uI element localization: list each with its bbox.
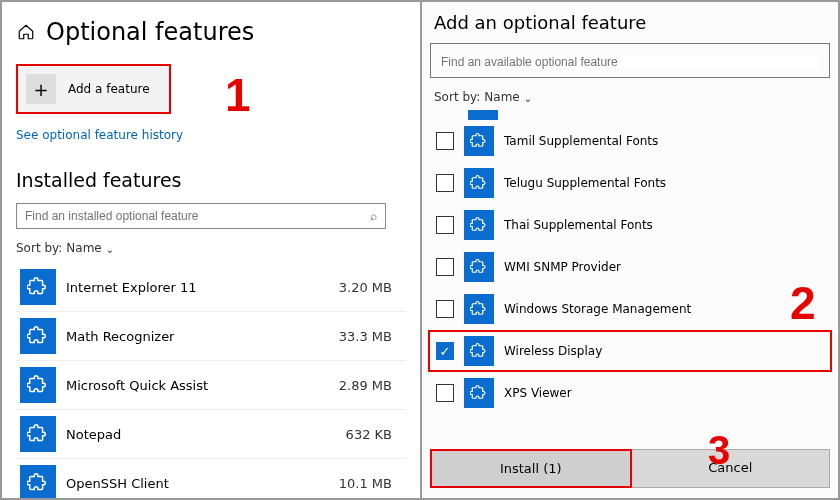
feature-checkbox[interactable]	[436, 174, 454, 192]
puzzle-icon	[20, 416, 56, 452]
available-feature-row[interactable]: Windows Storage Management	[428, 288, 832, 330]
available-search[interactable]	[430, 43, 830, 78]
sort-value-right: Name	[484, 90, 519, 104]
feature-checkbox[interactable]	[436, 258, 454, 276]
puzzle-icon	[464, 294, 494, 324]
cancel-button[interactable]: Cancel	[632, 449, 831, 488]
puzzle-icon	[20, 318, 56, 354]
feature-size: 632 KB	[346, 427, 400, 442]
feature-name: Microsoft Quick Assist	[66, 378, 329, 393]
feature-checkbox[interactable]	[436, 216, 454, 234]
available-feature-row[interactable]: Wireless Display	[428, 330, 832, 372]
available-feature-row[interactable]: XPS Viewer	[428, 372, 832, 414]
annotation-3: 3	[708, 428, 730, 473]
installed-feature-row[interactable]: Notepad632 KB	[16, 410, 406, 459]
installed-heading: Installed features	[16, 169, 412, 191]
puzzle-icon	[20, 269, 56, 305]
sort-by-right[interactable]: Sort by: Name ⌄	[434, 90, 832, 104]
installed-search-input[interactable]	[25, 209, 370, 223]
installed-feature-row[interactable]: OpenSSH Client10.1 MB	[16, 459, 406, 498]
installed-search[interactable]: ⌕	[16, 203, 386, 229]
feature-name: OpenSSH Client	[66, 476, 329, 491]
dialog-title: Add an optional feature	[434, 12, 826, 33]
sort-label-right: Sort by:	[434, 90, 480, 104]
chevron-down-icon: ⌄	[524, 93, 532, 104]
home-icon[interactable]	[16, 22, 36, 42]
plus-icon: +	[26, 74, 56, 104]
installed-feature-row[interactable]: Microsoft Quick Assist2.89 MB	[16, 361, 406, 410]
sort-value: Name	[66, 241, 101, 255]
feature-name: Notepad	[66, 427, 336, 442]
feature-name: Telugu Supplemental Fonts	[504, 176, 666, 190]
add-feature-label: Add a feature	[68, 82, 150, 96]
add-feature-button[interactable]: + Add a feature	[16, 64, 171, 114]
puzzle-icon	[464, 168, 494, 198]
puzzle-icon	[464, 378, 494, 408]
feature-name: Thai Supplemental Fonts	[504, 218, 653, 232]
page-title: Optional features	[46, 18, 254, 46]
chevron-down-icon: ⌄	[106, 244, 114, 255]
available-feature-row[interactable]: Tamil Supplemental Fonts	[428, 120, 832, 162]
puzzle-icon	[20, 367, 56, 403]
annotation-2: 2	[790, 276, 816, 330]
feature-size: 10.1 MB	[339, 476, 400, 491]
feature-checkbox[interactable]	[436, 300, 454, 318]
available-feature-row[interactable]: Thai Supplemental Fonts	[428, 204, 832, 246]
available-feature-row[interactable]: WMI SNMP Provider	[428, 246, 832, 288]
feature-name: Tamil Supplemental Fonts	[504, 134, 658, 148]
puzzle-icon	[464, 336, 494, 366]
feature-size: 3.20 MB	[339, 280, 400, 295]
sort-by[interactable]: Sort by: Name ⌄	[16, 241, 412, 255]
available-search-input[interactable]	[441, 55, 819, 69]
annotation-1: 1	[225, 68, 251, 122]
feature-checkbox[interactable]	[436, 384, 454, 402]
available-feature-row[interactable]: Telugu Supplemental Fonts	[428, 162, 832, 204]
feature-name: XPS Viewer	[504, 386, 572, 400]
feature-name: Internet Explorer 11	[66, 280, 329, 295]
feature-size: 2.89 MB	[339, 378, 400, 393]
feature-name: WMI SNMP Provider	[504, 260, 621, 274]
puzzle-icon	[464, 252, 494, 282]
install-button[interactable]: Install (1)	[430, 449, 632, 488]
feature-checkbox[interactable]	[436, 132, 454, 150]
scroll-partial-item	[468, 110, 498, 120]
feature-checkbox[interactable]	[436, 342, 454, 360]
installed-feature-row[interactable]: Math Recognizer33.3 MB	[16, 312, 406, 361]
puzzle-icon	[464, 210, 494, 240]
feature-name: Windows Storage Management	[504, 302, 691, 316]
feature-name: Wireless Display	[504, 344, 602, 358]
puzzle-icon	[464, 126, 494, 156]
feature-size: 33.3 MB	[339, 329, 400, 344]
puzzle-icon	[20, 465, 56, 498]
sort-label: Sort by:	[16, 241, 62, 255]
search-icon: ⌕	[370, 209, 377, 223]
history-link[interactable]: See optional feature history	[16, 128, 183, 142]
installed-feature-row[interactable]: Internet Explorer 113.20 MB	[16, 263, 406, 312]
feature-name: Math Recognizer	[66, 329, 329, 344]
